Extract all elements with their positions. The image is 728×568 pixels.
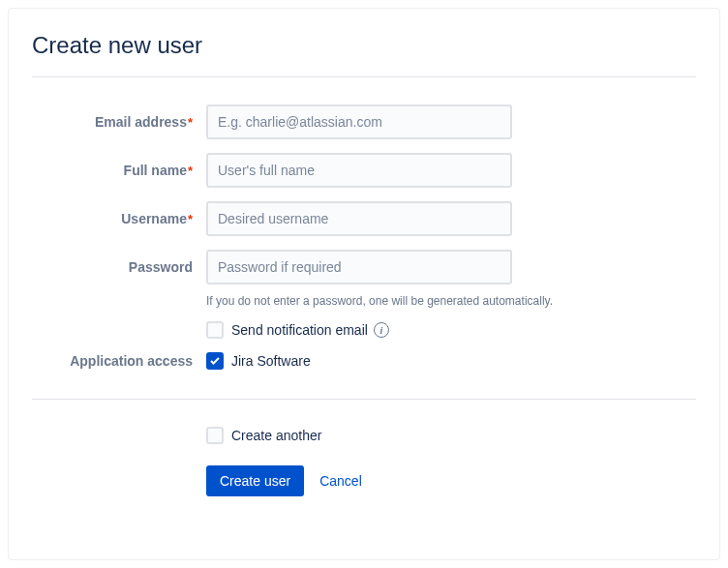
create-user-button[interactable]: Create user: [206, 465, 304, 496]
send-notification-label: Send notification email: [231, 322, 368, 338]
password-row: Password: [32, 250, 696, 284]
create-another-row: Create another: [206, 427, 696, 444]
username-field[interactable]: [206, 201, 512, 236]
divider-bottom: [32, 399, 696, 400]
username-label: Username: [121, 211, 187, 226]
required-asterisk: *: [188, 212, 193, 226]
username-row: Username*: [32, 201, 696, 236]
email-field[interactable]: [206, 105, 512, 139]
cancel-button[interactable]: Cancel: [316, 465, 366, 496]
email-label-wrap: Email address*: [32, 114, 206, 130]
fullname-field[interactable]: [206, 153, 512, 188]
fullname-row: Full name*: [32, 153, 696, 188]
password-label-wrap: Password: [32, 259, 206, 275]
app-access-label: Application access: [32, 353, 206, 369]
info-icon[interactable]: i: [374, 322, 389, 338]
check-icon: [209, 355, 221, 367]
jira-software-checkbox[interactable]: [206, 352, 224, 370]
create-another-label: Create another: [231, 428, 321, 443]
password-field[interactable]: [206, 250, 512, 284]
fullname-label: Full name: [124, 163, 187, 178]
email-row: Email address*: [32, 105, 696, 139]
password-label: Password: [129, 259, 193, 275]
send-notification-checkbox[interactable]: [206, 321, 224, 339]
app-access-row: Application access Jira Software: [32, 352, 696, 370]
required-asterisk: *: [188, 164, 193, 178]
page-title: Create new user: [32, 32, 696, 59]
required-asterisk: *: [188, 115, 193, 130]
button-row: Create user Cancel: [206, 465, 696, 496]
email-label: Email address: [95, 114, 187, 130]
send-notification-row: Send notification email i: [206, 321, 696, 339]
divider-top: [32, 76, 696, 77]
create-user-card: Create new user Email address* Full name…: [8, 8, 720, 560]
create-another-checkbox[interactable]: [206, 427, 224, 444]
username-label-wrap: Username*: [32, 211, 206, 226]
jira-software-label: Jira Software: [231, 353, 311, 369]
password-help: If you do not enter a password, one will…: [206, 294, 696, 308]
fullname-label-wrap: Full name*: [32, 163, 206, 178]
